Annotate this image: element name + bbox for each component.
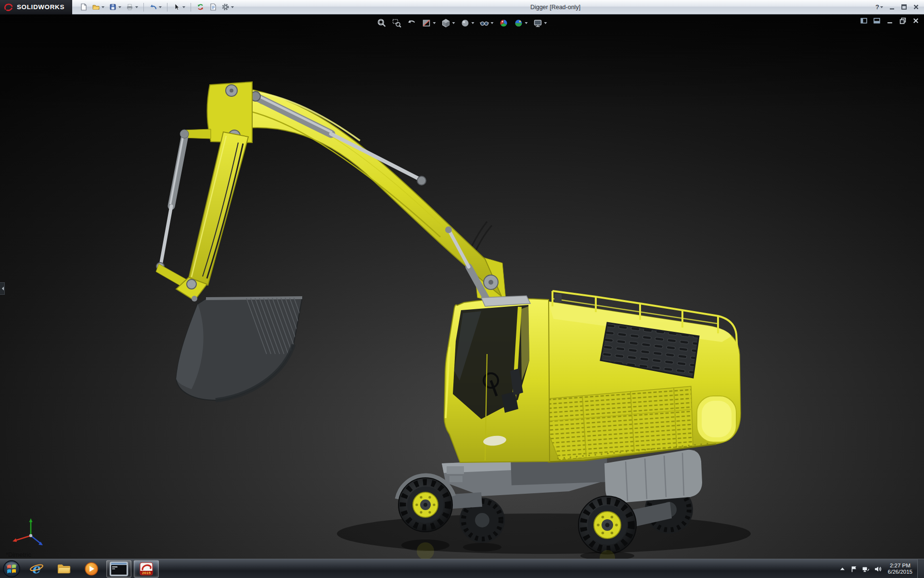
view-settings-dropdown[interactable] — [544, 22, 547, 24]
apply-scene-dropdown[interactable] — [525, 22, 528, 24]
save-dropdown[interactable] — [118, 6, 121, 8]
help-dropdown[interactable] — [880, 6, 883, 8]
file-properties-icon — [209, 3, 217, 11]
open-document-icon — [92, 3, 100, 11]
select-dropdown[interactable] — [182, 6, 185, 8]
media-player-button[interactable] — [79, 560, 104, 578]
app-titlebar: SOLIDWORKS — [0, 0, 924, 14]
section-view-icon — [422, 18, 432, 28]
action-center-flag-icon[interactable] — [850, 565, 858, 573]
command-prompt-icon — [109, 561, 128, 577]
display-style-dropdown[interactable] — [472, 22, 475, 24]
section-view-button[interactable] — [421, 17, 437, 29]
close-document-button[interactable] — [912, 17, 919, 24]
chevron-left-icon — [0, 287, 4, 290]
save-icon — [109, 3, 117, 11]
scene-icon — [514, 18, 524, 28]
undo-icon — [149, 3, 157, 11]
cab[interactable] — [444, 296, 550, 462]
document-window-controls — [860, 17, 919, 24]
show-desktop-button[interactable] — [917, 559, 924, 578]
open-dropdown[interactable] — [102, 6, 104, 8]
help-button[interactable]: ? — [875, 3, 883, 11]
folder-icon — [57, 563, 71, 575]
zoom-to-fit-icon — [377, 18, 387, 28]
rebuild-icon — [196, 3, 205, 11]
print-icon — [126, 3, 134, 11]
feature-pane-collapse-tab[interactable] — [0, 282, 5, 295]
show-left-pane-icon[interactable] — [860, 17, 867, 24]
windows-start-icon — [2, 560, 21, 578]
minimize-document-button[interactable] — [886, 17, 893, 24]
command-prompt-button[interactable] — [106, 560, 131, 578]
solidworks-2015-icon: 2015 — [139, 562, 154, 576]
standard-toolbar — [72, 2, 235, 12]
hidden-icons-chevron[interactable] — [839, 565, 846, 573]
hide-show-items-dropdown[interactable] — [491, 22, 494, 24]
start-button[interactable] — [0, 559, 23, 578]
select-button[interactable] — [171, 2, 187, 12]
maximize-button[interactable] — [901, 4, 907, 10]
window-controls: ? — [875, 3, 924, 11]
3d-scene[interactable] — [0, 14, 924, 559]
view-orientation-button[interactable] — [440, 17, 456, 29]
restore-document-button[interactable] — [899, 17, 906, 24]
y-axis-arrow — [29, 518, 33, 522]
view-orientation-dropdown[interactable] — [452, 22, 455, 24]
options-button[interactable] — [220, 2, 235, 12]
graphics-area[interactable]: *Dimetric — [0, 14, 924, 559]
file-properties-button[interactable] — [207, 2, 218, 12]
media-player-icon — [84, 562, 99, 576]
solidworks-2015-button[interactable]: 2015 — [134, 560, 159, 578]
apply-scene-button[interactable] — [513, 17, 529, 29]
show-bottom-pane-icon[interactable] — [873, 17, 880, 24]
3ds-logo-icon — [4, 3, 13, 12]
appearance-ball-icon — [499, 18, 509, 28]
display-style-button[interactable] — [460, 17, 475, 29]
system-tray: 2:27 PM 6/26/2015 — [839, 559, 914, 578]
zoom-to-area-button[interactable] — [391, 17, 403, 29]
undo-button[interactable] — [148, 2, 163, 12]
view-cube-icon — [441, 18, 451, 28]
network-icon[interactable] — [862, 565, 870, 573]
svg-text:2015: 2015 — [142, 571, 151, 575]
gear-icon — [221, 3, 230, 11]
view-orientation-label: *Dimetric — [6, 551, 31, 558]
front-wheel[interactable] — [398, 478, 452, 532]
internet-explorer-button[interactable]: e — [24, 560, 49, 578]
rebuild-button[interactable] — [195, 2, 206, 12]
new-document-icon — [79, 3, 88, 11]
x-axis-arrow — [13, 539, 17, 542]
save-button[interactable] — [107, 2, 123, 12]
file-explorer-button[interactable] — [51, 560, 77, 578]
toolbar-separator — [143, 3, 144, 12]
open-document-button[interactable] — [90, 2, 106, 12]
previous-view-button[interactable] — [406, 17, 418, 29]
previous-view-icon — [407, 18, 417, 28]
print-button[interactable] — [124, 2, 140, 12]
zoom-to-area-icon — [392, 18, 402, 28]
step — [447, 466, 464, 474]
volume-icon[interactable] — [874, 565, 882, 573]
edit-appearance-button[interactable] — [498, 17, 510, 29]
glasses-icon — [480, 18, 489, 28]
minimize-button[interactable] — [889, 4, 895, 10]
step — [449, 476, 462, 482]
toolbar-separator — [167, 3, 167, 12]
close-button[interactable] — [913, 4, 919, 10]
options-dropdown[interactable] — [231, 6, 234, 8]
section-view-dropdown[interactable] — [433, 22, 436, 24]
print-dropdown[interactable] — [135, 6, 138, 8]
zoom-to-fit-button[interactable] — [376, 17, 388, 29]
solidworks-logo: SOLIDWORKS — [0, 0, 72, 14]
display-style-icon — [461, 18, 470, 28]
hide-show-items-button[interactable] — [479, 17, 495, 29]
view-settings-button[interactable] — [532, 17, 548, 29]
exhaust — [554, 294, 562, 302]
rear-wheel[interactable] — [578, 496, 636, 554]
windows-taskbar: e — [0, 559, 924, 578]
taskbar-clock[interactable]: 2:27 PM 6/26/2015 — [886, 563, 914, 576]
new-document-button[interactable] — [78, 2, 89, 12]
reference-triad[interactable] — [11, 516, 48, 548]
undo-dropdown[interactable] — [159, 6, 162, 8]
